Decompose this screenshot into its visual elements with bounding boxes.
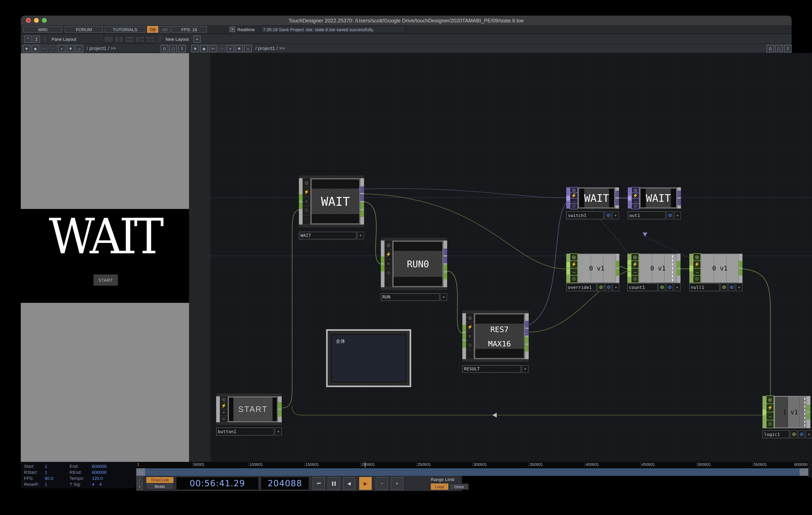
- bookmarks-star-icon[interactable]: ★: [235, 45, 243, 52]
- play-reverse-button[interactable]: ◀: [343, 477, 355, 490]
- node-out1[interactable]: ◎ ⚡ → ☉ WAIT: [628, 187, 681, 209]
- node-name[interactable]: null1: [689, 283, 720, 291]
- node-outputs[interactable]: [360, 178, 364, 224]
- viewer-flag-icon[interactable]: ◎: [570, 187, 578, 193]
- home-icon[interactable]: ⌂: [244, 45, 252, 52]
- bomb-flag-icon[interactable]: ☉: [220, 416, 228, 423]
- start-value[interactable]: 1: [45, 464, 69, 468]
- midi-oi-toggle[interactable]: O|I: [147, 26, 158, 33]
- bypass-flag-icon[interactable]: ×: [220, 409, 228, 416]
- node-outputs[interactable]: [616, 254, 619, 283]
- pause-button[interactable]: [328, 477, 340, 490]
- node-inputs[interactable]: [628, 187, 631, 209]
- rstart-value[interactable]: 1: [45, 469, 69, 475]
- node-inputs[interactable]: [689, 254, 693, 283]
- add-bookmark-icon[interactable]: +: [227, 45, 234, 52]
- cook-flag-icon[interactable]: ⚡: [384, 249, 393, 259]
- render-flag-icon[interactable]: →: [570, 198, 578, 204]
- layout-preset-hsplit[interactable]: [125, 36, 134, 43]
- pane-collapse-icon[interactable]: ⇩: [178, 45, 186, 52]
- node-name[interactable]: button1: [216, 427, 274, 435]
- realtime-checkbox[interactable]: ✕: [230, 27, 235, 32]
- node-flags[interactable]: ◎ ⚡ → ☉: [631, 254, 639, 283]
- node-viewer[interactable]: WAIT: [639, 187, 677, 209]
- node-outputs[interactable]: [677, 187, 681, 209]
- cook-flag-icon[interactable]: ⚡: [570, 192, 578, 199]
- node-outputs[interactable]: [807, 396, 810, 428]
- node-star-icon[interactable]: ✦: [806, 430, 812, 438]
- node-name[interactable]: override1: [566, 283, 597, 291]
- node-star-icon[interactable]: ✦: [612, 211, 619, 219]
- forward-arrow-icon[interactable]: ⇨: [218, 45, 225, 52]
- fps-indicator[interactable]: FPS: 16: [171, 26, 207, 33]
- bypass-flag-icon[interactable]: ×: [466, 331, 474, 341]
- cook-flag-icon[interactable]: ⚡: [220, 402, 228, 410]
- node-color-dot[interactable]: [605, 211, 611, 219]
- node-flags[interactable]: ◎ ⚡ → ☉: [570, 187, 578, 209]
- node-switch1[interactable]: ◎ ⚡ → ☉ WAIT: [566, 187, 619, 209]
- range-end-handle[interactable]: ∙∙∙: [800, 468, 808, 476]
- layout-preset-single[interactable]: [104, 36, 114, 43]
- back-arrow-icon[interactable]: ⇦: [40, 45, 48, 52]
- node-flags[interactable]: ◎ ⚡ → ☉: [631, 187, 639, 209]
- node-outputs[interactable]: [443, 241, 447, 287]
- bomb-flag-icon[interactable]: ☉: [384, 268, 393, 278]
- network-comment-box[interactable]: 全体: [326, 329, 411, 387]
- node-viewer[interactable]: RUN0: [393, 241, 443, 287]
- end-value[interactable]: 600000: [92, 464, 136, 468]
- frame-step-mode-icon[interactable]: I: [137, 483, 143, 490]
- cook-flag-icon[interactable]: ⚡: [302, 187, 311, 196]
- wiki-button[interactable]: WIKI: [23, 26, 62, 33]
- tempo-value[interactable]: 120.0: [92, 476, 136, 480]
- minimize-window-icon[interactable]: [34, 18, 39, 23]
- add-bookmark-icon[interactable]: +: [58, 45, 65, 52]
- playhead-cursor[interactable]: [365, 462, 365, 468]
- pane-menu-icon[interactable]: ▼: [192, 45, 199, 52]
- frame-ruler[interactable]: 1500011000011500012000012500013000013500…: [136, 462, 808, 468]
- node-outputs[interactable]: [677, 254, 680, 283]
- node-logic1[interactable]: ◎ ⚡ → ☉ 1 v1: [762, 396, 810, 428]
- node-star-icon[interactable]: ✦: [440, 293, 447, 301]
- node-color-dot[interactable]: [659, 283, 665, 291]
- bomb-flag-icon[interactable]: ☉: [302, 206, 311, 215]
- node-override1[interactable]: ◎ ⚡ → ☉ 0 v1: [566, 254, 619, 283]
- node-count1[interactable]: ◎ ⚡ → ☉ 0 v1: [628, 254, 680, 283]
- pane-split-icon[interactable]: □: [169, 45, 177, 52]
- frame-slider-mode-icon[interactable]: /: [137, 477, 143, 483]
- pane-path-breadcrumb[interactable]: / project1 / >>: [87, 46, 116, 51]
- title-bar[interactable]: TouchDesigner 2022.25370: /Users/scott/G…: [21, 16, 792, 25]
- node-viewer[interactable]: START: [228, 396, 278, 422]
- play-button[interactable]: ▶: [359, 477, 372, 490]
- viewer-flag-icon[interactable]: ◎: [693, 253, 701, 261]
- viewer-flag-icon[interactable]: ◎: [384, 240, 393, 250]
- cook-flag-icon[interactable]: ⚡: [570, 261, 578, 269]
- range-start-handle[interactable]: ∙∙∙: [136, 468, 145, 476]
- node-flags[interactable]: ◎ ⚡ → ☉: [693, 254, 701, 283]
- bomb-flag-icon[interactable]: ☉: [570, 203, 578, 209]
- bomb-flag-icon[interactable]: ☉: [466, 340, 474, 350]
- viewer-flag-icon[interactable]: ◎: [466, 313, 474, 323]
- maximize-window-icon[interactable]: [42, 18, 47, 23]
- node-outputs[interactable]: [525, 313, 529, 359]
- viewer-flag-icon[interactable]: ◎: [302, 178, 311, 187]
- back-arrow-icon[interactable]: ⇦: [209, 45, 216, 52]
- rend-value[interactable]: 600000: [92, 469, 136, 475]
- node-flags[interactable]: ◎ ⚡ → ☉: [570, 254, 578, 283]
- cook-flag-icon[interactable]: ⚡: [631, 192, 639, 199]
- node-star-icon[interactable]: ✦: [674, 283, 680, 291]
- node-star-icon[interactable]: ✦: [357, 232, 364, 239]
- fps-60-button[interactable]: 60: [160, 26, 171, 33]
- node-color-dot[interactable]: [721, 283, 727, 291]
- bookmarks-star-icon[interactable]: ★: [67, 45, 74, 52]
- node-viewer[interactable]: 0 v1: [701, 254, 739, 283]
- start-button[interactable]: START: [93, 274, 118, 286]
- node-viewer[interactable]: WAIT: [311, 178, 360, 224]
- viewer-flag-icon[interactable]: ◎: [631, 253, 639, 261]
- node-name[interactable]: WAIT: [299, 232, 356, 239]
- node-color-dot[interactable]: [728, 283, 735, 291]
- node-button1[interactable]: ◎ ⚡ × ☉ START: [216, 394, 282, 425]
- fps-value[interactable]: 60.0: [45, 476, 69, 480]
- home-icon[interactable]: ⌂: [76, 45, 83, 52]
- pane-maximize-icon[interactable]: ■: [200, 45, 208, 52]
- comment-text[interactable]: 全体: [331, 334, 406, 382]
